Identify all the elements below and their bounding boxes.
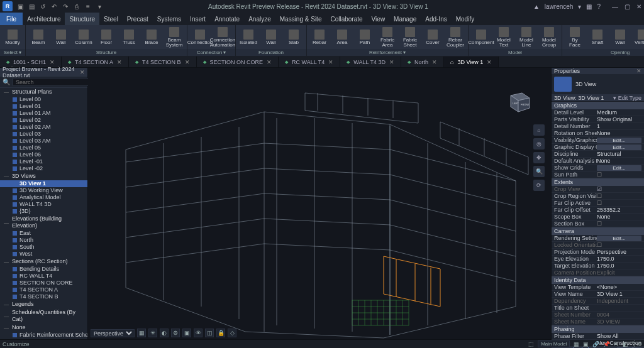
project-browser-tree[interactable]: Structural PlansLevel 00Level 01Level 01…	[0, 88, 87, 339]
ribbon-model-button[interactable]: Model Text	[493, 26, 514, 48]
prop-value[interactable]: 3D View 1	[597, 291, 641, 297]
tree-item[interactable]: 3D Working View	[0, 187, 87, 194]
menu-view[interactable]: View	[367, 13, 390, 25]
prop-category[interactable]: Camera	[552, 227, 644, 235]
minimize-icon[interactable]: —	[612, 3, 618, 10]
prop-value[interactable]: None	[597, 158, 641, 164]
tree-item[interactable]: Fabric Reinforcement Schedule	[0, 332, 87, 339]
ribbon-area-button[interactable]: Area	[331, 26, 353, 48]
tree-item[interactable]: {3D}	[0, 208, 87, 215]
ribbon-beam-button[interactable]: Beam	[28, 26, 49, 48]
prop-value[interactable]: 3D VIEW	[597, 318, 641, 325]
prop-value[interactable]: 1750.0	[597, 256, 641, 262]
menu-analyze[interactable]: Analyze	[244, 13, 275, 25]
tree-item[interactable]: SECTION ON CORE	[0, 280, 87, 286]
ribbon-wall-button[interactable]: Wall	[260, 26, 282, 48]
prop-value[interactable]: None	[597, 214, 641, 220]
tab-3d-view-1[interactable]: ⌂3D View 1✕	[444, 57, 499, 67]
menu-structure[interactable]: Structure	[65, 13, 99, 25]
ribbon-component-button[interactable]: Component	[470, 26, 492, 48]
prop-value[interactable]: Edit...	[597, 236, 641, 241]
prop-value[interactable]	[597, 193, 641, 199]
visual-style-select[interactable]: Perspective	[91, 329, 135, 337]
properties-family-row[interactable]: 3D View	[552, 74, 644, 95]
prop-value[interactable]: 1	[597, 123, 641, 129]
qat-more-icon[interactable]: ▾	[96, 3, 103, 10]
edit-type-button[interactable]: ▾ Edit Type	[613, 95, 641, 101]
prop-category[interactable]: Extents	[552, 178, 644, 186]
tab-close-icon[interactable]: ✕	[432, 59, 437, 65]
tab-close-icon[interactable]: ✕	[117, 59, 122, 65]
prop-value[interactable]: 0004	[597, 312, 641, 318]
prop-category[interactable]: Phasing	[552, 325, 644, 333]
prop-value[interactable]: Structural	[597, 151, 641, 157]
ribbon-beam-button[interactable]: Beam System	[164, 26, 185, 48]
nav-pan-icon[interactable]: ✥	[533, 152, 545, 163]
prop-value[interactable]	[597, 220, 641, 227]
tree-item[interactable]: Level 03	[0, 131, 87, 138]
prop-value[interactable]: 253352.2	[597, 207, 641, 213]
tree-group[interactable]: Sections (RC Section)	[0, 258, 87, 266]
qat-print-icon[interactable]: ⎙	[73, 3, 80, 10]
search-icon[interactable]: 🔍	[3, 79, 10, 85]
app-icon[interactable]: R	[3, 1, 13, 11]
ribbon-by-button[interactable]: By Face	[564, 26, 586, 48]
ribbon-brace-button[interactable]: Brace	[141, 26, 162, 48]
ribbon-wall-button[interactable]: Wall	[50, 26, 72, 48]
prop-value[interactable]: Edit...	[597, 138, 641, 143]
nav-orbit-icon[interactable]: ⟳	[533, 180, 545, 191]
tree-item[interactable]: Level 03 AM	[0, 138, 87, 144]
ribbon-shaft-button[interactable]: Shaft	[587, 26, 608, 48]
ribbon-fabric-button[interactable]: Fabric Area	[377, 26, 398, 48]
tree-item[interactable]: East	[0, 230, 87, 237]
tree-group[interactable]: Legends	[0, 300, 87, 308]
help-icon[interactable]: ?	[597, 3, 601, 10]
tree-group[interactable]: 3D Views	[0, 172, 87, 180]
prop-value[interactable]: Explicit	[597, 269, 641, 276]
ribbon-isolated-button[interactable]: Isolated	[238, 26, 259, 48]
project-browser-search-input[interactable]	[13, 78, 96, 86]
prop-value[interactable]: Perspective	[597, 249, 641, 255]
menu-precast[interactable]: Precast	[123, 13, 153, 25]
viewport-3d[interactable]: LEFT FRONT ⌂ ◎ ✥ 🔍 ⟳ Perspective ▦ ☀ ◐ ⚙…	[88, 68, 551, 339]
ribbon-column-button[interactable]: Column	[73, 26, 94, 48]
prop-value[interactable]: Independent	[597, 298, 641, 304]
tree-item[interactable]: North	[0, 237, 87, 244]
maximize-icon[interactable]: ▢	[625, 3, 630, 10]
ribbon-connection-button[interactable]: Connection	[189, 26, 211, 48]
tree-item[interactable]: Level 01 AM	[0, 110, 87, 117]
menu-insert[interactable]: Insert	[186, 13, 210, 25]
vc-crop-icon[interactable]: ▣	[182, 329, 191, 337]
prop-category[interactable]: Graphics	[552, 102, 644, 109]
prop-value[interactable]: None	[597, 130, 641, 136]
ribbon-floor-button[interactable]: Floor	[96, 26, 117, 48]
properties-close-icon[interactable]: ✕	[636, 68, 641, 74]
menu-manage[interactable]: Manage	[389, 13, 421, 25]
close-icon[interactable]: ✕	[636, 3, 641, 10]
selection-count[interactable]: ▽:0	[632, 341, 641, 347]
vc-sun-icon[interactable]: ☀	[148, 329, 157, 337]
qat-open-icon[interactable]: ▣	[16, 3, 24, 10]
tree-item[interactable]: South	[0, 244, 87, 251]
ribbon-modify-button[interactable]: Modify	[2, 26, 23, 48]
tree-item[interactable]: Level 06	[0, 151, 87, 158]
tab-north[interactable]: ◆North✕	[401, 57, 444, 67]
tree-group[interactable]: Structural Plans	[0, 88, 87, 96]
tree-item[interactable]: Level 01	[0, 103, 87, 110]
status-left[interactable]: Customize	[3, 341, 30, 347]
signed-in-icon[interactable]: ▲	[533, 3, 540, 10]
prop-value[interactable]: Show Original	[597, 116, 641, 122]
user-menu-icon[interactable]: ▾	[578, 3, 581, 10]
tree-item[interactable]: Analytical Model	[0, 194, 87, 201]
prop-value[interactable]: <None>	[597, 284, 641, 290]
ribbon-model-button[interactable]: Model Group	[538, 26, 560, 48]
tab-close-icon[interactable]: ✕	[389, 59, 394, 65]
tab-rc-wall-t4[interactable]: ◆RC WALL T4✕	[279, 57, 340, 67]
qat-undo-icon[interactable]: ↶	[50, 3, 58, 10]
status-filter-icon[interactable]: ▦	[574, 341, 579, 347]
qat-sync-icon[interactable]: ↺	[39, 3, 47, 10]
status-select-icon[interactable]: ▣	[583, 341, 589, 347]
tree-group[interactable]: None	[0, 324, 87, 332]
status-sel-icon[interactable]: ⬚	[528, 341, 534, 347]
tree-group[interactable]: Schedules/Quantities (By Cat)	[0, 308, 87, 324]
